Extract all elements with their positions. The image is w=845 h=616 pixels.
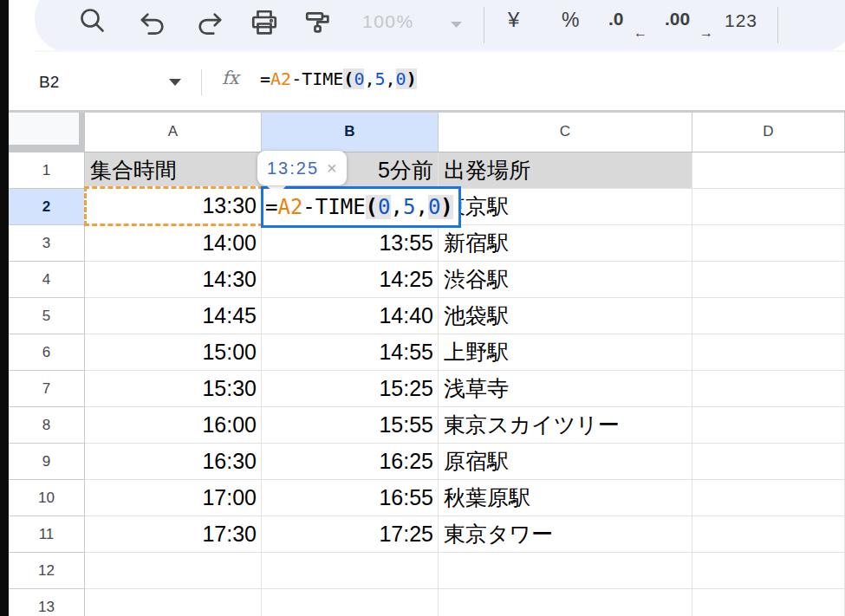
cell-D3[interactable] [692,225,845,262]
cell-D10[interactable] [692,480,845,516]
col-header-A[interactable]: A [85,113,262,152]
row-header-2[interactable]: 2 [9,189,85,225]
select-all-corner[interactable] [9,113,85,152]
cell-D11[interactable] [692,516,845,553]
row-header-10[interactable]: 10 [9,480,85,516]
cell-B12[interactable] [262,553,439,589]
cell-B7[interactable]: 15:25 [262,371,439,407]
col-header-D[interactable]: D [692,113,845,152]
cell-D12[interactable] [692,553,845,589]
increase-decimal-arrow-icon: → [699,26,713,40]
cell-A6[interactable]: 15:00 [85,334,262,371]
cell-A2-referenced-highlight[interactable]: 13:30 [84,186,263,226]
number-format-button[interactable]: 123 [725,10,757,31]
formula-input[interactable]: =A2-TIME(0,5,0) [260,68,417,89]
formula-token: , [391,195,403,219]
cell-D4[interactable] [692,262,845,298]
cell-A4[interactable]: 14:30 [85,262,262,298]
cell-C1[interactable]: 出発場所 [439,152,692,189]
formula-token: - [302,195,315,219]
cell-D1[interactable] [692,152,845,189]
format-percent-button[interactable]: % [562,9,579,32]
cell-C6[interactable]: 上野駅 [439,334,692,371]
cell-C9[interactable]: 原宿駅 [439,444,692,480]
row-header-11[interactable]: 11 [9,516,85,553]
cell-D7[interactable] [692,371,845,407]
cell-B11[interactable]: 17:25 [262,516,439,553]
cell-B5[interactable]: 14:40 [262,298,439,334]
formula-token: 0 [378,195,390,219]
cell-D8[interactable] [692,407,845,444]
formula-token: 0 [428,195,440,219]
col-header-C[interactable]: C [439,113,692,152]
cell-B10[interactable]: 16:55 [262,480,439,516]
cell-C3[interactable]: 新宿駅 [439,225,692,262]
cell-C12[interactable] [439,553,692,589]
cell-D13[interactable] [692,589,845,616]
cell-A8[interactable]: 16:00 [85,407,262,444]
cell-B4[interactable]: 14:25 [262,262,439,298]
formula-token: = [260,68,270,89]
cell-D6[interactable] [692,334,845,371]
row-header-12[interactable]: 12 [9,553,85,589]
cell-C11[interactable]: 東京タワー [439,516,692,553]
cell-B3[interactable]: 13:55 [262,225,439,262]
cell-C7[interactable]: 浅草寺 [439,371,692,407]
search-icon[interactable] [76,5,107,36]
cell-A11[interactable]: 17:30 [85,516,262,553]
cell-D2[interactable] [692,189,845,225]
cell-C13[interactable] [439,589,692,616]
row-header-13[interactable]: 13 [9,589,85,616]
cell-B8[interactable]: 15:55 [262,407,439,444]
name-box-dropdown-icon[interactable] [169,79,181,86]
formula-token: ) [440,195,452,219]
cell-C4[interactable]: 渋谷駅 [439,262,692,298]
cell-D5[interactable] [692,298,845,334]
formula-token: , [364,68,374,89]
decrease-decimal-arrow-icon: ← [634,26,647,40]
cell-C10[interactable]: 秋葉原駅 [439,480,692,516]
paint-format-icon[interactable] [303,8,333,37]
row-header-4[interactable]: 4 [9,262,85,298]
row-header-1[interactable]: 1 [9,152,85,189]
print-icon[interactable] [249,7,280,38]
cell-A13[interactable] [85,589,262,616]
zoom-select[interactable]: 100% [362,11,414,32]
cell-B9[interactable]: 16:25 [262,444,439,480]
cell-D9[interactable] [692,444,845,480]
redo-icon[interactable] [195,10,224,39]
row-header-6[interactable]: 6 [9,334,85,371]
cell-C5[interactable]: 池袋駅 [439,298,692,334]
undo-icon[interactable] [138,10,167,39]
row-header-9[interactable]: 9 [9,444,85,480]
row-header-5[interactable]: 5 [9,298,85,334]
formula-bar: B2 fx =A2-TIME(0,5,0) [9,52,845,112]
formula-result-preview: 13:25 × [257,151,347,185]
cell-A10[interactable]: 17:00 [85,480,262,516]
formula-token: ( [366,195,378,219]
cell-A7[interactable]: 15:30 [85,371,262,407]
cell-A3[interactable]: 14:00 [85,225,262,262]
name-box[interactable]: B2 [30,67,169,98]
cell-C2[interactable]: 東京駅 [439,189,692,225]
cell-C8[interactable]: 東京スカイツリー [439,407,692,444]
format-currency-button[interactable]: ¥ [508,8,519,32]
decrease-decimal-button[interactable]: .0 [608,9,624,29]
col-header-B[interactable]: B [262,113,439,152]
row-header-7[interactable]: 7 [9,371,85,407]
formula-bar-divider [201,69,202,95]
zoom-dropdown-icon[interactable] [450,21,463,29]
cell-A1[interactable]: 集合時間 [85,152,262,189]
close-icon[interactable]: × [327,159,337,177]
cell-B13[interactable] [262,589,439,616]
cell-B2-editor[interactable]: =A2-TIME(0,5,0) [261,186,461,228]
row-header-8[interactable]: 8 [9,407,85,444]
cell-A5[interactable]: 14:45 [85,298,262,334]
fx-icon: fx [222,68,239,88]
cell-B6[interactable]: 14:55 [262,334,439,371]
increase-decimal-button[interactable]: .00 [665,9,690,29]
cell-A12[interactable] [85,553,262,589]
a2-overlay-value: 13:30 [202,193,257,217]
row-header-3[interactable]: 3 [9,225,85,262]
cell-A9[interactable]: 16:30 [85,444,262,480]
